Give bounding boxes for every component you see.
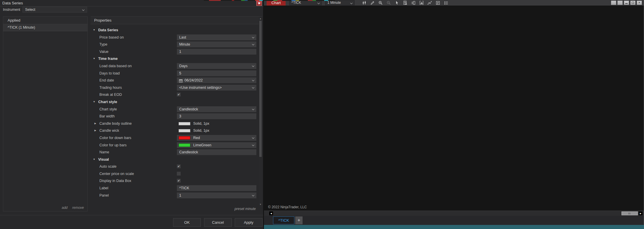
cursor-icon[interactable]	[394, 0, 399, 5]
property-row-load-data-based-on: Load data based onDays	[91, 63, 259, 70]
property-row-price-based-on: Price based onLast	[91, 34, 259, 41]
chevron-down-icon	[350, 2, 353, 4]
property-value-end-date[interactable]: 06/24/2022	[177, 77, 256, 83]
property-row-color-for-down-bars: Color for down barsRed	[91, 134, 259, 142]
chart-properties-icon[interactable]	[435, 0, 440, 5]
scrollbar-thumb[interactable]	[621, 211, 638, 215]
data-box-icon[interactable]	[403, 0, 408, 5]
scroll-left-icon[interactable]: ◀	[269, 211, 273, 215]
expand-triangle-icon[interactable]: ▶	[94, 120, 96, 127]
property-row-days-to-load: Days to load5	[91, 70, 259, 77]
chevron-down-icon	[252, 107, 254, 110]
property-checkbox-display-in-data-box[interactable]: ✔	[177, 179, 181, 183]
property-row-chart-style: ▼Chart style	[91, 98, 259, 106]
minimize-icon[interactable]	[624, 1, 629, 5]
property-value-trading-hours[interactable]: <Use instrument settings>	[177, 85, 256, 91]
property-row-display-in-data-box: Display in Data Box✔	[91, 177, 259, 185]
property-label: Trading hours	[99, 84, 122, 91]
property-pen-candle-wick[interactable]: Solid, 1px	[177, 128, 256, 133]
property-row-visual: ▼Visual	[91, 156, 259, 163]
dialog-close-icon[interactable]: ✖	[256, 1, 262, 6]
property-input-bar-width[interactable]: 3	[177, 113, 256, 119]
value-text: Solid, 1px	[193, 121, 209, 126]
property-row-type: TypeMinute	[91, 41, 259, 48]
property-value-load-data-based-on[interactable]: Days	[177, 63, 256, 69]
collapse-triangle-icon[interactable]: ▼	[93, 55, 95, 63]
expand-triangle-icon[interactable]: ▶	[94, 127, 96, 134]
drawing-tools-icon[interactable]	[370, 0, 375, 5]
value-text: Candlestick	[179, 106, 251, 112]
scroll-right-icon[interactable]: ▶	[639, 211, 643, 215]
zoom-in-icon[interactable]	[378, 0, 383, 5]
apply-button[interactable]: Apply	[235, 218, 263, 227]
collapse-triangle-icon[interactable]: ▼	[93, 98, 95, 106]
property-row-data-series: ▼Data Series	[91, 27, 259, 34]
chart-style-icon[interactable]	[362, 0, 367, 5]
chart-toolbar-icons	[362, 0, 448, 5]
chart-canvas[interactable]: © 2022 NinjaTrader, LLC	[264, 6, 644, 211]
chart-trader-icon[interactable]	[411, 0, 416, 5]
property-checkbox-center-price-on-scale[interactable]	[177, 172, 181, 176]
property-label: Price based on	[99, 34, 124, 41]
indicators-icon[interactable]	[419, 0, 424, 5]
instrument-select[interactable]: Select	[23, 7, 87, 13]
maximize-icon[interactable]	[630, 1, 636, 5]
properties-rows: ▼Data SeriesPrice based onLastTypeMinute…	[91, 27, 259, 199]
property-label: Type	[99, 41, 107, 48]
collapse-triangle-icon[interactable]: ▼	[93, 27, 95, 34]
strategies-icon[interactable]	[427, 0, 432, 5]
chart-horizontal-scrollbar[interactable]: ◀ ▶	[264, 211, 644, 216]
chart-instrument-selector[interactable]: ^TICK	[289, 0, 322, 5]
collapse-triangle-icon[interactable]: ▼	[93, 156, 95, 163]
display-settings-icon[interactable]	[443, 0, 448, 5]
window-controls: ✕	[611, 1, 642, 5]
property-input-name[interactable]: Candlestick	[177, 149, 256, 155]
scrollbar-thumb[interactable]	[259, 21, 262, 157]
group-label: Chart style	[98, 98, 117, 106]
cancel-button[interactable]: Cancel	[204, 218, 232, 227]
value-text: Last	[179, 34, 251, 40]
property-row-value: Value1	[91, 48, 259, 55]
property-row-chart-style: Chart styleCandlestick	[91, 106, 259, 113]
remove-link[interactable]: remove	[72, 206, 84, 210]
value-text: 5	[179, 70, 251, 76]
property-value-price-based-on[interactable]: Last	[177, 34, 256, 40]
ok-button[interactable]: OK	[173, 218, 201, 227]
close-icon[interactable]: ✕	[637, 1, 642, 5]
background-window-strip	[264, 225, 644, 229]
property-label: Break at EOD	[99, 91, 122, 98]
add-link[interactable]: add	[62, 206, 68, 210]
property-value-color-for-down-bars[interactable]: Red	[177, 135, 256, 141]
color-swatch	[179, 136, 190, 140]
value-text: <Use instrument settings>	[179, 85, 251, 91]
property-input-days-to-load[interactable]: 5	[177, 70, 256, 76]
properties-scrollbar[interactable]: ▲ ▼	[259, 17, 262, 207]
property-row-end-date: End date06/24/2022	[91, 77, 259, 84]
applied-panel: Applied ^TICK (1 Minute) add remove	[3, 16, 88, 211]
chart-interval-selector[interactable]: 1 Minute	[325, 0, 355, 5]
instrument-link-button[interactable]	[611, 1, 616, 5]
value-text: ^TICK	[179, 185, 251, 191]
property-value-color-for-up-bars[interactable]: LimeGreen	[177, 142, 256, 148]
property-label: Center price on scale	[99, 170, 134, 178]
property-value-type[interactable]: Minute	[177, 41, 256, 47]
scroll-up-icon[interactable]: ▲	[259, 17, 262, 20]
property-row-candle-body-outline: ▶Candle body outlineSolid, 1px	[91, 120, 259, 127]
property-checkbox-break-at-eod[interactable]: ✔	[177, 93, 181, 96]
chart-window: Chart ^TICK 1 Minute ✕ © 2022 NinjaTrade…	[264, 0, 644, 225]
tab-tick[interactable]: ^TICK	[273, 216, 294, 224]
add-tab-button[interactable]: +	[295, 216, 303, 224]
property-value-chart-style[interactable]: Candlestick	[177, 106, 256, 112]
property-row-time-frame: ▼Time frame	[91, 55, 259, 63]
property-value-panel[interactable]: 1	[177, 192, 256, 198]
property-input-label[interactable]: ^TICK	[177, 185, 256, 191]
property-input-value[interactable]: 1	[177, 49, 256, 55]
interval-link-button[interactable]	[617, 1, 623, 5]
property-checkbox-auto-scale[interactable]: ✔	[177, 164, 181, 168]
property-label: Color for up bars	[99, 142, 127, 149]
applied-series-item[interactable]: ^TICK (1 Minute)	[3, 24, 87, 31]
preset-label: preset minute	[91, 207, 256, 211]
background-window-sliver	[204, 0, 335, 1]
property-pen-candle-body-outline[interactable]: Solid, 1px	[177, 121, 256, 126]
scroll-down-icon[interactable]: ▼	[259, 203, 262, 206]
